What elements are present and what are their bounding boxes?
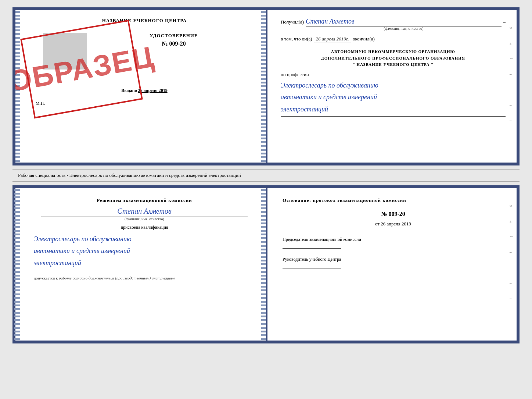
director-label: Руководитель учебного Центра — [283, 256, 504, 263]
profession-value: Электрослесарь по обслуживанию автоматик… — [281, 79, 506, 117]
right-edge-decoration — [261, 10, 266, 163]
chairman-label: Председатель экзаменационной комиссии — [283, 236, 504, 243]
org-block: АВТОНОМНУЮ НЕКОММЕРЧЕСКУЮ ОРГАНИЗАЦИЮ ДО… — [281, 49, 506, 68]
org-line1: АВТОНОМНУЮ НЕКОММЕРЧЕСКУЮ ОРГАНИЗАЦИЮ — [281, 49, 506, 55]
org-line3: " НАЗВАНИЕ УЧЕБНОГО ЦЕНТРА " — [281, 61, 506, 68]
left-edge-decoration — [15, 10, 20, 163]
person-name-large: Степан Ахметов — [34, 207, 255, 215]
qual-line3: электростанций — [34, 257, 255, 269]
left-page: НАЗВАНИЕ УЧЕБНОГО ЦЕНТРА УДОСТОВЕРЕНИЕ №… — [15, 10, 266, 163]
admission-value: работе согласно должностным (производств… — [59, 276, 175, 280]
director-sign-line — [283, 268, 341, 268]
basis-title: Основание: протокол экзаменационной коми… — [283, 197, 504, 203]
recipient-name: Степан Ахметов — [306, 18, 501, 26]
cert-center-title: НАЗВАНИЕ УЧЕБНОГО ЦЕНТРА — [32, 18, 257, 24]
qualification-label: присвоена квалификация — [34, 225, 255, 230]
admission-prefix: допускается к — [34, 276, 58, 280]
finished-label: окончил(а) — [353, 36, 375, 42]
bottom-right-side-marks: и а ← – – – – — [510, 203, 514, 300]
profession-label: по профессии — [281, 72, 506, 78]
qual-line1: Электрослесарь по обслуживанию — [34, 233, 255, 245]
cert-number: № 009-20 — [91, 40, 257, 47]
profession-line2: автоматики и средств измерений — [281, 91, 506, 103]
photo-placeholder — [43, 33, 87, 70]
in-that-label: в том, что он(а) — [281, 36, 312, 42]
received-label: Получил(а) — [281, 19, 304, 25]
issued-date-value: 26 апреля 2019 — [138, 88, 168, 93]
admission-text: допускается к работе согласно должностны… — [34, 276, 255, 280]
date-value: 26 апреля 2019г. — [314, 36, 351, 43]
bottom-left-right-edge — [261, 188, 267, 341]
cert-type-label: УДОСТОВЕРЕНИЕ — [91, 33, 257, 39]
cert-issued-date: Выдано 26 апреля 2019 — [32, 88, 257, 93]
org-line2: ДОПОЛНИТЕЛЬНОГО ПРОФЕССИОНАЛЬНОГО ОБРАЗО… — [281, 55, 506, 62]
bottom-fio-label: (фамилия, имя, отчество) — [34, 217, 255, 221]
dash-separator: – — [503, 19, 506, 25]
profession-line3: электростанций — [281, 103, 506, 115]
qualification-value: Электрослесарь по обслуживанию автоматик… — [34, 233, 255, 270]
document-wrapper: НАЗВАНИЕ УЧЕБНОГО ЦЕНТРА УДОСТОВЕРЕНИЕ №… — [12, 7, 520, 343]
protocol-date: от 26 апреля 2019 — [283, 221, 504, 227]
bottom-left-edge — [14, 188, 20, 341]
side-marks-right: и а ← – – – – — [510, 25, 514, 122]
date-line: в том, что он(а) 26 апреля 2019г. окончи… — [281, 36, 506, 43]
qual-line2: автоматики и средств измерений — [34, 245, 255, 257]
profession-line1: Электрослесарь по обслуживанию — [281, 79, 506, 91]
bottom-left-signature-line — [34, 286, 107, 286]
protocol-date-value: 26 апреля 2019 — [381, 221, 411, 227]
bottom-right-page: Основание: протокол экзаменационной коми… — [266, 188, 517, 341]
fio-label: (фамилия, имя, отчество) — [306, 26, 501, 31]
recipient-line: Получил(а) Степан Ахметов (фамилия, имя,… — [281, 18, 506, 31]
separator-text: Рабочая специальность - Электрослесарь п… — [12, 169, 520, 182]
protocol-number: № 009-20 — [283, 211, 504, 217]
protocol-date-prefix: от — [375, 221, 380, 227]
separator-content: Рабочая специальность - Электрослесарь п… — [18, 172, 241, 178]
bottom-document: Решением экзаменационной комиссии Степан… — [12, 185, 520, 343]
mp-label: М.П. — [36, 101, 257, 106]
bottom-left-page: Решением экзаменационной комиссии Степан… — [15, 188, 266, 341]
chairman-sign-line — [283, 248, 341, 249]
right-page-top: Получил(а) Степан Ахметов (фамилия, имя,… — [266, 10, 517, 163]
top-document: НАЗВАНИЕ УЧЕБНОГО ЦЕНТРА УДОСТОВЕРЕНИЕ №… — [12, 7, 520, 165]
issued-label: Выдано — [121, 88, 137, 93]
decision-title: Решением экзаменационной комиссии — [34, 197, 255, 203]
